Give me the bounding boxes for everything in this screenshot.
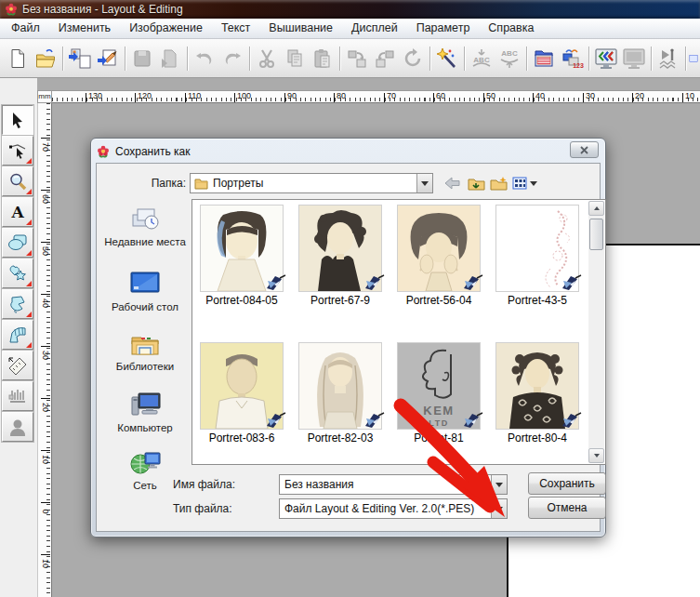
scroll-down-button[interactable] [588, 448, 604, 463]
tool-point-edit-button[interactable] [2, 136, 33, 166]
title-bar[interactable]: Без названия - Layout & Editing [0, 0, 700, 19]
file-item[interactable]: Portret-083-6 [194, 343, 289, 444]
file-item[interactable]: Portret-67-9 [293, 206, 388, 307]
paste-button[interactable] [309, 45, 337, 73]
up-one-level-button[interactable] [466, 174, 486, 192]
save-button[interactable] [128, 45, 156, 73]
file-label: Portret-43-5 [490, 294, 585, 307]
filename-dropdown[interactable] [491, 475, 507, 494]
save-as-icon [159, 47, 181, 70]
tool-freeform-button[interactable] [2, 289, 33, 319]
place-computer[interactable]: Компьютер [100, 389, 190, 434]
import-design-page-button[interactable] [66, 45, 94, 73]
export-design-page-button[interactable] [94, 45, 122, 73]
copy-button[interactable] [281, 45, 309, 73]
file-item[interactable]: Portret-084-05 [194, 206, 289, 307]
image-to-stitch-wizard-button[interactable] [433, 45, 461, 73]
save-confirm-button[interactable]: Сохранить [528, 472, 606, 495]
pes-file-mark-icon [560, 412, 582, 431]
place-desktop[interactable]: Рабочий стол [100, 270, 190, 313]
menu-item-edit[interactable]: Изменить [49, 20, 120, 37]
menu-item-help[interactable]: Справка [479, 20, 543, 37]
menu-item-option[interactable]: Параметр [407, 20, 480, 37]
ruler-tick-label: 70 [387, 91, 396, 100]
file-item[interactable]: Portret-43-5 [490, 206, 585, 307]
filetype-label: Тип файла: [173, 502, 232, 515]
file-label: Portret-82-03 [293, 431, 388, 444]
menu-item-image[interactable]: Изображение [120, 20, 212, 37]
import-design-page-icon [68, 47, 92, 70]
computer-icon [128, 389, 162, 418]
file-item[interactable]: Portret-80-4 [490, 343, 585, 444]
text-arc-down-button[interactable]: ABC [468, 45, 495, 73]
tool-select-button[interactable] [2, 105, 33, 135]
ruler-tick-label: 40 [535, 91, 545, 100]
cut-button[interactable] [253, 45, 281, 73]
tool-portrait-button[interactable] [2, 412, 33, 442]
flyout-marker [26, 250, 32, 256]
paste-icon [311, 47, 334, 70]
open-folder-button[interactable] [32, 45, 59, 73]
arrange-2-button[interactable] [371, 45, 399, 73]
ruler-tick-label: 60 [436, 91, 445, 100]
stitch-simulator-button[interactable] [654, 45, 682, 73]
partial-edge-button[interactable] [689, 45, 698, 73]
filetype-dropdown[interactable] [491, 499, 507, 518]
tool-stitch-attributes-button[interactable] [2, 381, 33, 411]
place-libraries[interactable]: Библиотеки [100, 329, 190, 373]
cancel-button[interactable]: Отмена [528, 497, 606, 519]
svg-text:ABC: ABC [501, 49, 518, 58]
menu-item-display[interactable]: Дисплей [342, 20, 407, 37]
tool-text-button[interactable]: A [2, 197, 33, 227]
menu-item-file[interactable]: Файл [2, 20, 49, 37]
tool-shapes-button[interactable] [2, 228, 33, 258]
scrollbar-thumb[interactable] [589, 219, 603, 250]
filename-input[interactable]: Без названия [279, 474, 508, 495]
tool-manual-punch-button[interactable] [2, 320, 33, 350]
new-document-button[interactable] [4, 45, 32, 73]
flyout-marker [26, 219, 32, 225]
ruler-tick-label: 50 [39, 245, 50, 258]
copy-icon [284, 47, 306, 70]
undo-button[interactable] [191, 45, 218, 73]
file-item[interactable]: KEM LTD Portret-81 [391, 343, 486, 444]
new-folder-button[interactable] [488, 174, 508, 192]
folder-label: Папка: [104, 177, 186, 190]
tool-measure-button[interactable] [2, 351, 33, 380]
folder-combobox-value: Портреты [208, 177, 416, 190]
ruler-tick-label: 10 [685, 91, 694, 100]
dialog-title-bar[interactable]: Сохранить как [97, 142, 564, 161]
desktop-icon [128, 270, 162, 298]
back-button[interactable] [442, 174, 463, 192]
text-arc-up-button[interactable]: ABC [495, 45, 523, 73]
folder-combobox[interactable]: Портреты [190, 173, 433, 193]
screen-preview-button[interactable] [620, 45, 648, 73]
embroidery-frame-button[interactable] [530, 45, 558, 73]
tool-star-shapes-button[interactable] [2, 259, 33, 288]
tool-zoom-button[interactable] [2, 166, 33, 196]
horizontal-ruler: 130 120 110 100 90 80 70 60 50 40 30 20 … [52, 90, 700, 103]
file-label: Portret-083-6 [194, 431, 289, 444]
rotate-button[interactable] [399, 45, 427, 73]
select-arrow-icon [8, 111, 27, 129]
redo-button[interactable] [218, 45, 246, 73]
file-item[interactable]: Portret-82-03 [293, 343, 388, 444]
place-recent[interactable]: Недавние места [100, 203, 190, 248]
arrange-1-button[interactable] [343, 45, 371, 73]
menu-item-sew[interactable]: Вышивание [259, 20, 342, 37]
svg-text:A: A [10, 203, 24, 221]
filetype-combobox[interactable]: Файл Layout & Editing Ver. 2.0(*.PES) [279, 498, 508, 519]
file-list-scrollbar[interactable] [588, 201, 604, 463]
file-item[interactable]: Portret-56-04 [391, 206, 486, 307]
recent-places-icon [128, 203, 162, 232]
libraries-icon [128, 329, 162, 357]
view-menu-button[interactable] [510, 174, 538, 192]
ruler-tick-label: 30 [586, 91, 595, 100]
realistic-preview-button[interactable] [592, 45, 620, 73]
sewing-order-button[interactable]: 123 [558, 45, 586, 73]
save-as-button[interactable] [156, 45, 184, 73]
menu-item-text[interactable]: Текст [212, 20, 259, 37]
folder-combobox-dropdown[interactable] [416, 174, 432, 192]
close-button[interactable] [570, 141, 599, 158]
scroll-up-button[interactable] [588, 201, 604, 216]
